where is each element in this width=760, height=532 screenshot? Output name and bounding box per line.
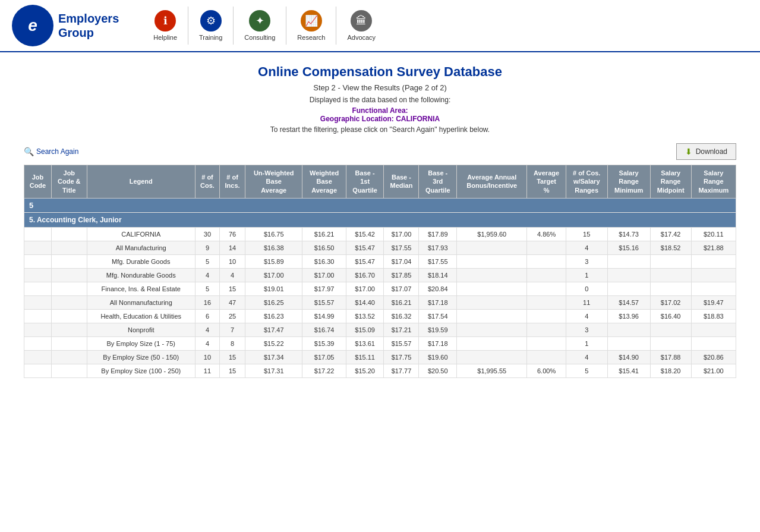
table-cell: $16.30 <box>302 254 346 268</box>
table-cell: $15.41 <box>607 364 650 377</box>
table-cell: $15.47 <box>346 241 384 254</box>
table-cell: $1,959.60 <box>457 227 527 241</box>
table-row: By Employ Size (50 - 150)1015$17.34$17.0… <box>24 350 736 364</box>
table-cell: $20.86 <box>691 350 736 364</box>
table-cell: $21.00 <box>691 364 736 377</box>
helpline-icon: ℹ <box>154 10 176 32</box>
table-cell <box>51 350 87 364</box>
nav-item-research[interactable]: 📈 Research <box>286 7 336 45</box>
search-again-icon: 🔍 <box>24 147 34 156</box>
geo-label: Geographic Location: CALIFORNIA <box>320 115 440 123</box>
table-cell: $14.73 <box>607 227 650 241</box>
nav-item-advocacy[interactable]: 🏛 Advocacy <box>336 7 386 45</box>
table-cell: $16.25 <box>245 295 302 309</box>
row-number: 5 <box>24 198 736 212</box>
table-cell: $18.52 <box>650 241 691 254</box>
table-cell: $17.00 <box>346 282 384 295</box>
table-cell: $19.59 <box>419 323 457 336</box>
table-cell <box>457 350 527 364</box>
table-cell: $16.40 <box>650 309 691 323</box>
table-cell: $15.22 <box>245 336 302 350</box>
table-cell <box>24 227 52 241</box>
table-cell: CALIFORNIA <box>87 227 195 241</box>
table-cell <box>607 268 650 282</box>
table-cell: $14.57 <box>607 295 650 309</box>
table-row: All Manufacturing914$16.38$16.50$15.47$1… <box>24 241 736 254</box>
table-row: Health, Education & Utilities625$16.23$1… <box>24 309 736 323</box>
table-cell: 15 <box>566 227 607 241</box>
table-cell <box>527 254 566 268</box>
table-cell: 4 <box>195 268 219 282</box>
table-cell: $17.75 <box>384 350 419 364</box>
table-cell: 25 <box>220 309 245 323</box>
col-header-bonus: Average AnnualBonus/Incentive <box>457 165 527 199</box>
table-cell: $17.00 <box>384 227 419 241</box>
table-cell: 10 <box>220 254 245 268</box>
advocacy-label: Advocacy <box>347 34 376 41</box>
table-cell: $16.74 <box>302 323 346 336</box>
table-cell: By Employ Size (1 - 75) <box>87 336 195 350</box>
table-cell: $16.75 <box>245 227 302 241</box>
table-cell <box>650 282 691 295</box>
table-cell: $15.16 <box>607 241 650 254</box>
table-row: CALIFORNIA3076$16.75$16.21$15.42$17.00$1… <box>24 227 736 241</box>
table-cell: 9 <box>195 241 219 254</box>
consulting-label: Consulting <box>244 34 275 41</box>
col-header-job-code: JobCode <box>24 165 52 199</box>
group-header-title: 5. Accounting Clerk, Junior <box>24 212 736 227</box>
table-cell: $16.21 <box>302 227 346 241</box>
nav-item-training[interactable]: ⚙ Training <box>188 7 234 45</box>
table-row: Nonprofit47$17.47$16.74$15.09$17.21$19.5… <box>24 323 736 336</box>
table-cell: $13.61 <box>346 336 384 350</box>
table-cell: $17.04 <box>384 254 419 268</box>
table-cell: $16.70 <box>346 268 384 282</box>
table-cell <box>691 336 736 350</box>
table-cell: $17.47 <box>245 323 302 336</box>
table-cell <box>457 282 527 295</box>
table-cell: 16 <box>195 295 219 309</box>
table-cell: 3 <box>566 254 607 268</box>
table-cell: $16.23 <box>245 309 302 323</box>
page-info: Displayed is the data based on the follo… <box>24 96 736 104</box>
table-cell: $17.55 <box>384 241 419 254</box>
table-cell <box>527 241 566 254</box>
helpline-label: Helpline <box>153 34 177 41</box>
table-row: All Nonmanufacturing1647$16.25$15.57$14.… <box>24 295 736 309</box>
table-cell <box>527 282 566 295</box>
table-cell <box>24 268 52 282</box>
download-label: Download <box>696 147 727 156</box>
table-cell <box>24 350 52 364</box>
nav-item-consulting[interactable]: ✦ Consulting <box>234 7 286 45</box>
table-cell <box>527 350 566 364</box>
table-cell: $15.39 <box>302 336 346 350</box>
table-cell: All Nonmanufacturing <box>87 295 195 309</box>
table-cell <box>691 268 736 282</box>
table-cell: $17.42 <box>650 227 691 241</box>
table-cell: Finance, Ins. & Real Estate <box>87 282 195 295</box>
table-cell: $15.47 <box>346 254 384 268</box>
table-cell: $15.89 <box>245 254 302 268</box>
table-cell <box>607 254 650 268</box>
table-cell: 6 <box>195 309 219 323</box>
research-label: Research <box>297 34 325 41</box>
table-cell: 47 <box>220 295 245 309</box>
table-cell: $17.05 <box>302 350 346 364</box>
table-cell: $17.97 <box>302 282 346 295</box>
col-header-sr-min: SalaryRangeMinimum <box>607 165 650 199</box>
table-cell: $21.88 <box>691 241 736 254</box>
search-again-link[interactable]: 🔍 Search Again <box>24 147 78 156</box>
table-cell <box>51 282 87 295</box>
table-cell: 0 <box>566 282 607 295</box>
table-cell: $18.14 <box>419 268 457 282</box>
table-cell: $17.77 <box>384 364 419 377</box>
col-header-job-code-title: JobCode &Title <box>51 165 87 199</box>
table-cell: $17.34 <box>245 350 302 364</box>
table-cell: 3 <box>566 323 607 336</box>
table-cell: 30 <box>195 227 219 241</box>
logo-letter: e <box>28 16 37 35</box>
download-button[interactable]: ⬇ Download <box>676 143 736 160</box>
table-cell: 1 <box>566 336 607 350</box>
logo-text: Employers Group <box>58 11 119 40</box>
col-header-w-avg: WeightedBaseAverage <box>302 165 346 199</box>
nav-item-helpline[interactable]: ℹ Helpline <box>143 7 188 45</box>
